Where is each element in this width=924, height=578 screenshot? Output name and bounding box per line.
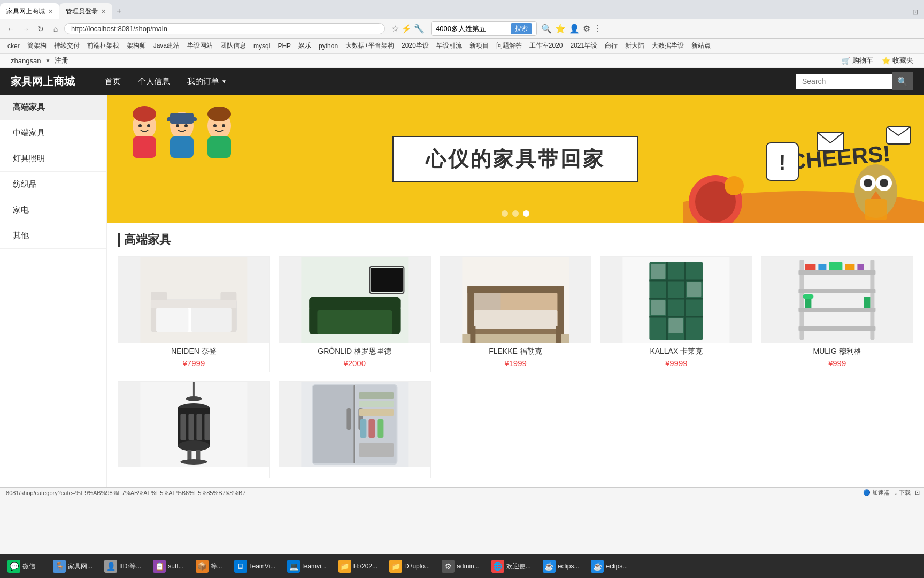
menu-icon[interactable]: ⋮: [594, 24, 602, 34]
svg-point-23: [864, 179, 872, 187]
url-bar[interactable]: http://localhost:8081/shop/main: [64, 23, 385, 34]
svg-rect-70: [669, 318, 683, 333]
search-input[interactable]: [796, 74, 892, 89]
username-display[interactable]: zhangsan: [11, 57, 41, 65]
tab-2-close[interactable]: ✕: [101, 8, 106, 15]
browser-search-bar[interactable]: 搜索: [431, 21, 537, 36]
banner-dot-1[interactable]: [502, 210, 508, 217]
product-gronlid[interactable]: GRÖNLID 格罗恩里德 ¥2000: [279, 256, 431, 372]
product-mulig-img: [761, 257, 913, 343]
browser-search-button[interactable]: 搜索: [511, 23, 532, 34]
svg-rect-38: [156, 308, 188, 332]
bookmark-python[interactable]: python: [315, 41, 341, 51]
bookmark-bigdatabishe[interactable]: 大数据毕设: [649, 40, 687, 51]
shop-title[interactable]: 家具网上商城: [11, 74, 75, 89]
banner-characters-svg: [123, 99, 241, 163]
product-fridge[interactable]: [279, 381, 431, 478]
product-lamp[interactable]: [118, 381, 270, 478]
bookmark-xindalu[interactable]: 新大陆: [622, 40, 648, 51]
product-kallax[interactable]: KALLAX 卡莱克 ¥9999: [600, 256, 752, 372]
svg-rect-80: [829, 262, 843, 270]
magnifier-icon[interactable]: 🔍: [541, 24, 552, 34]
sidebar-item-jiadian[interactable]: 家电: [0, 197, 106, 223]
sidebar-item-zhongduan[interactable]: 中端家具: [0, 120, 106, 146]
svg-rect-57: [462, 334, 569, 343]
bookmark-tuandui[interactable]: 团队信息: [217, 40, 249, 51]
nav-orders-arrow: ▼: [221, 79, 227, 85]
product-neiden-price: ¥7999: [118, 358, 270, 372]
bookmark-jiagouShi[interactable]: 架构师: [124, 40, 149, 51]
bookmark-mysql[interactable]: mysql: [250, 41, 273, 51]
product-lamp-name: [118, 467, 270, 473]
bookmark-qianduankuangjiazhan[interactable]: 前端框架栈: [84, 40, 122, 51]
svg-rect-113: [359, 443, 394, 457]
bookmark-php[interactable]: PHP: [274, 41, 294, 51]
star-icon[interactable]: ⭐: [555, 24, 566, 34]
banner-dot-3[interactable]: [523, 210, 529, 217]
bookmark-jianjiagou[interactable]: 簡架构: [24, 40, 50, 51]
section-title: 高端家具: [118, 232, 913, 248]
bookmark-shanghang[interactable]: 商行: [602, 40, 621, 51]
sidebar-item-fangzhipin-label: 纺织品: [13, 179, 37, 188]
status-url: :8081/shop/category?cate=%E9%AB%98%E7%AB…: [4, 490, 246, 496]
bookmark-xinxiangmu[interactable]: 新项目: [466, 40, 492, 51]
svg-point-99: [180, 459, 207, 465]
bookmark-bigdata[interactable]: 大数据+平台架构: [342, 40, 397, 51]
bookmark-2020bishe[interactable]: 2020毕设: [398, 40, 432, 51]
forward-button[interactable]: →: [19, 22, 32, 35]
browser-maximize[interactable]: ⊡: [907, 4, 924, 19]
search-button[interactable]: 🔍: [892, 72, 913, 90]
banner-dot-2[interactable]: [512, 210, 519, 217]
bookmark-bishe[interactable]: 毕设网站: [184, 40, 216, 51]
user-dropdown-arrow[interactable]: ▼: [45, 58, 50, 64]
tab-1[interactable]: 家具网上商城 ✕: [0, 3, 59, 19]
favorites-button[interactable]: ⭐ 收藏夹: [882, 56, 913, 65]
banner-decoration-svg: CHEERS! !: [683, 116, 924, 223]
nav-home[interactable]: 首页: [96, 68, 129, 95]
product-flekke-img: [440, 257, 591, 343]
user-icon[interactable]: 👤: [569, 24, 580, 34]
sidebar-item-qita[interactable]: 其他: [0, 223, 106, 249]
svg-rect-111: [368, 419, 375, 438]
tab-2[interactable]: 管理员登录 ✕: [59, 3, 112, 19]
product-flekke[interactable]: FLEKKE 福勒克 ¥1999: [440, 256, 592, 372]
cart-button[interactable]: 🛒 购物车: [842, 56, 873, 65]
bookmark-xinzhandi[interactable]: 新站点: [688, 40, 714, 51]
bookmark-icon[interactable]: ☆: [391, 24, 399, 34]
product-flekke-price: ¥1999: [440, 358, 591, 372]
lightning-icon[interactable]: ⚡: [401, 24, 412, 34]
home-button[interactable]: ⌂: [49, 22, 62, 35]
bookmark-chixujiaofuf[interactable]: 持续交付: [51, 40, 83, 51]
nav-orders[interactable]: 我的订单 ▼: [179, 68, 235, 95]
product-kallax-img: [600, 257, 752, 343]
bookmark-cker[interactable]: cker: [4, 41, 23, 51]
banner-bottom-decoration: CHEERS! !: [683, 116, 924, 223]
svg-rect-26: [865, 199, 887, 220]
back-button[interactable]: ←: [4, 22, 17, 35]
product-neiden[interactable]: NEIDEN 奈登 ¥7999: [118, 256, 270, 372]
bookmark-2021bishe[interactable]: 2021毕设: [567, 40, 601, 51]
settings-icon[interactable]: ⚙: [583, 24, 590, 34]
nav-personal[interactable]: 个人信息: [129, 68, 179, 95]
tab-1-close[interactable]: ✕: [48, 8, 53, 15]
svg-point-10: [184, 124, 188, 127]
product-mulig[interactable]: MULIG 穆利格 ¥999: [761, 256, 913, 372]
svg-point-4: [147, 124, 150, 127]
star-icon: ⭐: [882, 57, 890, 65]
new-tab-button[interactable]: +: [112, 3, 126, 19]
bookmark-yule[interactable]: 娱乐: [295, 40, 314, 51]
bookmark-gongzuoshi[interactable]: 工作室2020: [526, 40, 566, 51]
refresh-button[interactable]: ↻: [34, 22, 47, 35]
extensions-icon[interactable]: 🔧: [414, 24, 425, 34]
banner-characters: [123, 99, 241, 171]
bookmark-java[interactable]: Java建站: [150, 40, 183, 51]
sidebar-item-dengju[interactable]: 灯具照明: [0, 146, 106, 172]
svg-point-2: [133, 106, 156, 122]
sidebar-item-fangzhipin[interactable]: 纺织品: [0, 172, 106, 197]
register-button[interactable]: 注册: [55, 56, 68, 65]
sidebar-item-gaoduan[interactable]: 高端家具: [0, 95, 106, 120]
sidebar-item-jiadian-label: 家电: [13, 205, 29, 214]
browser-search-input[interactable]: [436, 25, 511, 33]
bookmark-bisheliuliu[interactable]: 毕设引流: [433, 40, 465, 51]
bookmark-wentijiejue[interactable]: 问题解答: [493, 40, 525, 51]
